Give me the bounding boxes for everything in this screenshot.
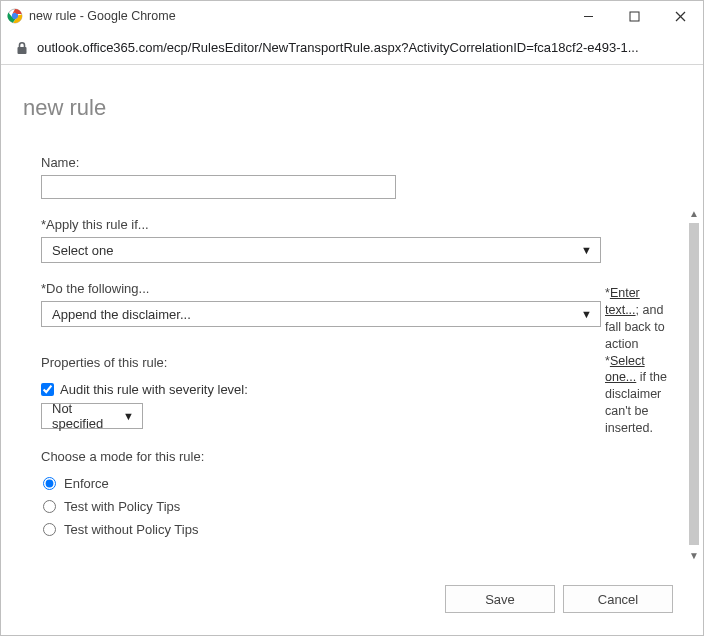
name-input[interactable] bbox=[41, 175, 396, 199]
apply-select[interactable]: Select one ▼ bbox=[41, 237, 601, 263]
properties-header: Properties of this rule: bbox=[41, 355, 601, 370]
do-following-sidetext: *Enter text...; and fall back to action … bbox=[601, 155, 671, 545]
close-button[interactable] bbox=[657, 1, 703, 31]
dialog-footer: Save Cancel bbox=[445, 585, 673, 613]
svg-rect-6 bbox=[18, 47, 27, 54]
scroll-up-icon[interactable]: ▲ bbox=[687, 205, 701, 221]
audit-label: Audit this rule with severity level: bbox=[60, 382, 248, 397]
mode-test-tips-row[interactable]: Test with Policy Tips bbox=[43, 499, 601, 514]
do-select-value: Append the disclaimer... bbox=[52, 307, 191, 322]
window-buttons bbox=[565, 1, 703, 31]
address-bar: outlook.office365.com/ecp/RulesEditor/Ne… bbox=[1, 31, 703, 65]
mode-enforce-radio[interactable] bbox=[43, 477, 56, 490]
lock-icon bbox=[15, 41, 29, 55]
field-apply-if: *Apply this rule if... Select one ▼ bbox=[41, 217, 601, 263]
field-do-following: *Do the following... Append the disclaim… bbox=[41, 281, 601, 327]
window-titlebar: new rule - Google Chrome bbox=[1, 1, 703, 31]
audit-select-value: Not specified bbox=[52, 401, 123, 431]
mode-header: Choose a mode for this rule: bbox=[41, 449, 601, 464]
chrome-icon bbox=[7, 8, 23, 24]
vertical-scrollbar[interactable]: ▲ ▼ bbox=[687, 205, 701, 563]
mode-test-no-tips-label: Test without Policy Tips bbox=[64, 522, 198, 537]
url-text[interactable]: outlook.office365.com/ecp/RulesEditor/Ne… bbox=[37, 40, 689, 55]
mode-test-tips-radio[interactable] bbox=[43, 500, 56, 513]
form-area: Name: *Apply this rule if... Select one … bbox=[19, 155, 681, 575]
chevron-down-icon: ▼ bbox=[581, 244, 592, 256]
maximize-button[interactable] bbox=[611, 1, 657, 31]
name-label: Name: bbox=[41, 155, 601, 170]
apply-label: *Apply this rule if... bbox=[41, 217, 601, 232]
cancel-button[interactable]: Cancel bbox=[563, 585, 673, 613]
mode-test-no-tips-radio[interactable] bbox=[43, 523, 56, 536]
mode-test-no-tips-row[interactable]: Test without Policy Tips bbox=[43, 522, 601, 537]
mode-radio-group: Enforce Test with Policy Tips Test witho… bbox=[41, 476, 601, 537]
chevron-down-icon: ▼ bbox=[123, 410, 134, 422]
audit-row: Audit this rule with severity level: bbox=[41, 382, 601, 397]
do-label: *Do the following... bbox=[41, 281, 601, 296]
mode-enforce-label: Enforce bbox=[64, 476, 109, 491]
mode-enforce-row[interactable]: Enforce bbox=[43, 476, 601, 491]
scroll-down-icon[interactable]: ▼ bbox=[687, 547, 701, 563]
window-title: new rule - Google Chrome bbox=[29, 9, 565, 23]
apply-select-value: Select one bbox=[52, 243, 113, 258]
enter-text-link[interactable]: Enter text... bbox=[605, 286, 640, 317]
dialog-body: new rule Name: *Apply this rule if... Se… bbox=[1, 65, 703, 635]
scroll-thumb[interactable] bbox=[689, 223, 699, 545]
minimize-button[interactable] bbox=[565, 1, 611, 31]
save-button[interactable]: Save bbox=[445, 585, 555, 613]
svg-rect-3 bbox=[630, 12, 639, 21]
do-select[interactable]: Append the disclaimer... ▼ bbox=[41, 301, 601, 327]
field-name: Name: bbox=[41, 155, 601, 199]
chevron-down-icon: ▼ bbox=[581, 308, 592, 320]
page-title: new rule bbox=[23, 95, 681, 121]
mode-test-tips-label: Test with Policy Tips bbox=[64, 499, 180, 514]
audit-select[interactable]: Not specified ▼ bbox=[41, 403, 143, 429]
audit-checkbox[interactable] bbox=[41, 383, 54, 396]
